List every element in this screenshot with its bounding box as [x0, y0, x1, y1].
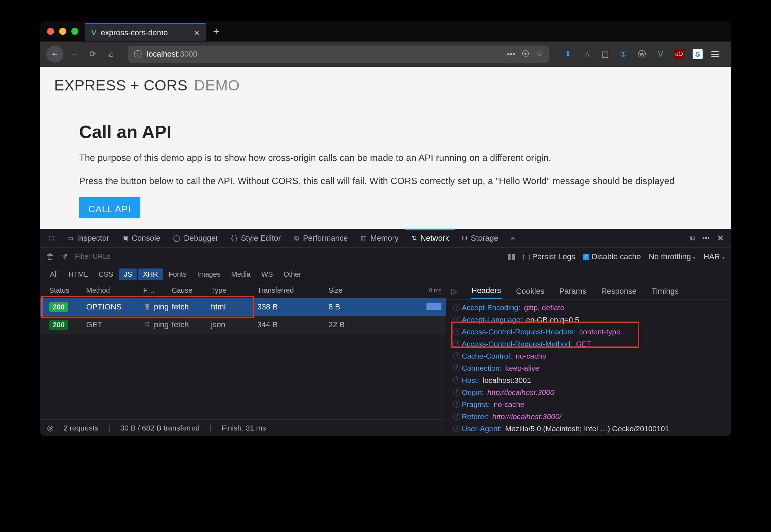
header-row: Pragma:no-cache [453, 398, 724, 411]
filter-media[interactable]: Media [226, 268, 255, 280]
bookmark-icon[interactable]: ☆ [536, 49, 543, 59]
tab-console[interactable]: ▣Console [116, 229, 167, 247]
devtools-panel: ⬚ ▭Inspector ▣Console ◯Debugger { }Style… [40, 229, 731, 436]
tab-network[interactable]: ⇅Network [405, 229, 456, 247]
perf-icon[interactable]: ◎ [47, 424, 53, 432]
header-row: Origin:http://localhost:3000 [453, 386, 724, 398]
detail-tab-response[interactable]: Response [600, 284, 637, 299]
detail-tab-headers[interactable]: Headers [471, 283, 502, 299]
resend-icon[interactable]: ▷ [451, 287, 457, 296]
col-file[interactable]: F… [143, 286, 172, 294]
tab-inspector[interactable]: ▭Inspector [61, 229, 116, 247]
status-finish: Finish: 31 ms [222, 424, 266, 432]
page-paragraph-1: The purpose of this demo app is to show … [79, 151, 692, 165]
page-actions-icon[interactable]: ••• [507, 49, 515, 59]
maximize-window-button[interactable] [71, 28, 78, 35]
har-dropdown[interactable]: HAR ▾ [703, 252, 725, 261]
tab-memory[interactable]: ▥Memory [354, 229, 405, 247]
detail-tab-cookies[interactable]: Cookies [515, 284, 545, 299]
col-type[interactable]: Type [211, 286, 257, 294]
responsive-mode-icon[interactable]: ⧉ [690, 234, 695, 242]
cell-cause: fetch [172, 320, 211, 329]
tab-style-editor[interactable]: { }Style Editor [225, 229, 288, 247]
url-host: localhost [147, 49, 178, 59]
close-tab-icon[interactable]: × [194, 27, 200, 38]
col-cause[interactable]: Cause [172, 286, 211, 294]
url-port: :3000 [178, 49, 197, 59]
clear-icon[interactable]: 🗑 [46, 252, 54, 261]
filter-other[interactable]: Other [279, 268, 306, 280]
col-transferred[interactable]: Transferred [257, 286, 328, 294]
filter-urls-input[interactable] [75, 252, 175, 261]
onepassword-icon[interactable]: ① [619, 49, 628, 59]
col-status[interactable]: Status [40, 286, 86, 294]
info-icon[interactable]: ⓘ [134, 49, 142, 59]
reader-icon[interactable]: ⦿ [522, 49, 529, 59]
page-content: EXPRESS + CORS DEMO Call an API The purp… [40, 67, 731, 229]
address-bar[interactable]: ⓘ localhost:3000 ••• ⦿ ☆ [128, 46, 549, 63]
cell-type: html [211, 302, 257, 312]
filter-html[interactable]: HTML [63, 268, 93, 280]
tab-debugger[interactable]: ◯Debugger [167, 229, 225, 247]
new-tab-button[interactable]: + [206, 25, 227, 37]
back-button[interactable]: ← [46, 46, 63, 63]
downloads-icon[interactable]: ⬇ [563, 49, 573, 59]
header-row: Cache-Control:no-cache [453, 350, 724, 362]
filter-images[interactable]: Images [192, 268, 226, 280]
persist-logs-toggle[interactable]: Persist Logs [523, 252, 575, 261]
headers-list[interactable]: Accept-Encoding:gzip, deflate Accept-Lan… [446, 299, 731, 436]
filter-xhr[interactable]: XHR [138, 268, 163, 280]
detail-tab-params[interactable]: Params [559, 284, 587, 299]
pause-icon[interactable]: ▮▮ [507, 252, 516, 261]
sidebar-icon[interactable]: ◫ [600, 49, 610, 59]
app-menu-button[interactable] [711, 51, 721, 57]
status-badge: 200 [49, 320, 68, 330]
wikipedia-icon[interactable]: Ⓦ [637, 49, 647, 59]
filter-css[interactable]: CSS [94, 268, 118, 280]
network-status-bar: ◎ 2 requests | 30 B / 682 B transferred … [40, 419, 446, 436]
vuedevtools-icon[interactable]: V [656, 49, 666, 59]
cell-type: json [211, 320, 257, 329]
status-transfer: 30 B / 682 B transferred [120, 424, 200, 432]
cell-cause: fetch [172, 302, 211, 312]
request-row[interactable]: 200 GET 🗎ping fetch json 344 B 22 B [40, 316, 446, 334]
home-button[interactable]: ⌂ [103, 46, 119, 62]
filter-ws[interactable]: WS [257, 268, 278, 280]
col-method[interactable]: Method [86, 286, 143, 294]
close-devtools-icon[interactable]: ✕ [717, 233, 724, 243]
call-api-button[interactable]: CALL API [79, 197, 140, 218]
tab-title: express-cors-demo [101, 28, 168, 37]
minimize-window-button[interactable] [59, 28, 66, 35]
request-row[interactable]: 200 OPTIONS 🗎ping fetch html 338 B 8 B [40, 298, 446, 316]
s-extension-icon[interactable]: S [693, 49, 703, 59]
throttling-dropdown[interactable]: No throttling ▾ [649, 252, 696, 261]
filter-js[interactable]: JS [119, 268, 137, 280]
page-paragraph-2: Press the button below to call the API. … [79, 174, 692, 188]
close-window-button[interactable] [47, 28, 54, 35]
forward-button[interactable]: → [66, 46, 82, 62]
disable-cache-toggle[interactable]: Disable cache [583, 252, 641, 261]
tab-storage[interactable]: ⛁Storage [455, 229, 504, 247]
filter-fonts[interactable]: Fonts [164, 268, 191, 280]
window-controls [43, 28, 85, 35]
detail-tab-timings[interactable]: Timings [651, 284, 679, 299]
cell-file: 🗎ping [143, 320, 172, 329]
tab-overflow-icon[interactable]: » [505, 229, 521, 247]
request-table: Status Method F… Cause Type Transferred … [40, 283, 446, 436]
col-timeline[interactable]: 0 ms [386, 287, 446, 294]
reload-button[interactable]: ⟳ [85, 46, 100, 62]
more-icon[interactable]: ••• [702, 234, 710, 242]
filter-all[interactable]: All [45, 268, 63, 280]
library-icon[interactable]: |||\ [581, 49, 591, 59]
status-requests: 2 requests [63, 424, 98, 432]
col-size[interactable]: Size [328, 286, 386, 294]
pick-element-icon[interactable]: ⬚ [42, 229, 61, 247]
tab-strip: V express-cors-demo × + [40, 21, 731, 41]
filter-icon[interactable]: ⧩ [61, 252, 68, 261]
tab-performance[interactable]: ◎Performance [287, 229, 354, 247]
browser-tab[interactable]: V express-cors-demo × [85, 23, 206, 41]
ublock-icon[interactable]: uO [674, 49, 684, 59]
banner-title: EXPRESS + CORS DEMO [54, 77, 717, 94]
cell-transferred: 344 B [257, 320, 328, 329]
page-body: Call an API The purpose of this demo app… [40, 104, 731, 229]
